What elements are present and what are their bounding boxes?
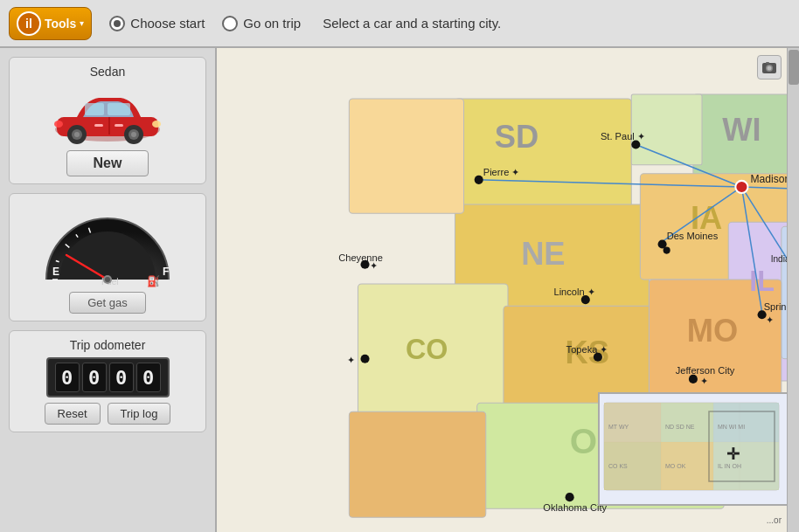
go-on-trip-label: Go on trip <box>243 16 301 31</box>
choose-start-label: Choose start <box>130 16 205 31</box>
svg-text:CO KS: CO KS <box>608 463 628 469</box>
sidebar: Sedan <box>0 48 217 532</box>
mini-map[interactable]: MT WY ND SD NE MN WI MI CO KS MO OK IL I… <box>598 392 790 506</box>
svg-rect-2 <box>85 103 104 115</box>
svg-text:E: E <box>52 266 59 278</box>
svg-text:✛: ✛ <box>726 446 740 463</box>
svg-text:CO: CO <box>406 334 448 365</box>
trip-log-button[interactable]: Trip log <box>108 403 171 425</box>
svg-rect-32 <box>455 99 631 213</box>
car-section: Sedan <box>9 57 206 184</box>
svg-text:Des Moines: Des Moines <box>667 231 719 241</box>
odometer-buttons: Reset Trip log <box>45 403 171 425</box>
city-madison[interactable] <box>735 181 747 193</box>
svg-text:✦: ✦ <box>700 376 708 386</box>
svg-point-6 <box>74 132 80 137</box>
svg-text:St. Paul ✦: St. Paul ✦ <box>601 131 645 142</box>
svg-text:⛽: ⛽ <box>147 274 160 287</box>
svg-text:MO: MO <box>687 313 739 349</box>
go-on-trip-option[interactable]: Go on trip <box>222 16 301 31</box>
svg-rect-43 <box>349 99 463 213</box>
tools-label: Tools <box>45 17 76 31</box>
svg-rect-87 <box>604 403 661 442</box>
scrollbar-thumb[interactable] <box>789 50 799 85</box>
svg-text:SD: SD <box>495 119 538 155</box>
svg-text:Jefferson City: Jefferson City <box>676 365 735 376</box>
svg-rect-34 <box>631 94 702 165</box>
odometer-digit-4: 0 <box>136 363 161 392</box>
city-jefferson-city[interactable] <box>689 375 698 383</box>
mini-map-svg: MT WY ND SD NE MN WI MI CO KS MO OK IL I… <box>600 394 790 506</box>
status-text: Select a car and a starting city. <box>323 16 501 31</box>
app-logo: il <box>17 11 41 36</box>
svg-point-9 <box>131 132 136 137</box>
svg-point-30 <box>105 277 110 282</box>
svg-rect-88 <box>661 403 713 442</box>
fuel-section: E F Fuel ⛽ Get gas <box>9 193 206 321</box>
svg-text:ND SD NE: ND SD NE <box>665 424 695 430</box>
svg-text:IL: IL <box>749 266 775 297</box>
odometer-digit-2: 0 <box>82 363 107 392</box>
svg-point-10 <box>152 121 161 128</box>
choose-start-radio[interactable] <box>109 16 125 31</box>
map-area[interactable]: SD WI NE IA IL IN CO KS MO OK M L K <box>217 48 799 532</box>
new-button[interactable]: New <box>66 150 149 176</box>
svg-text:MN WI MI: MN WI MI <box>718 424 745 430</box>
svg-rect-14 <box>115 124 123 127</box>
city-denver[interactable] <box>360 355 369 363</box>
car-image <box>46 84 169 145</box>
get-gas-button[interactable]: Get gas <box>69 292 146 314</box>
city-pierre[interactable] <box>475 176 483 184</box>
svg-text:Madison: Madison <box>751 173 791 185</box>
svg-text:MO OK: MO OK <box>665 463 686 469</box>
odometer-digit-3: 0 <box>109 363 134 392</box>
svg-text:Lincoln ✦: Lincoln ✦ <box>553 287 594 297</box>
odometer-title: Trip odometer <box>70 338 146 352</box>
svg-rect-44 <box>349 411 485 517</box>
main-layout: Sedan <box>0 48 799 532</box>
tools-menu-button[interactable]: il Tools ▾ <box>9 7 92 40</box>
svg-rect-104 <box>766 62 769 64</box>
choose-start-option[interactable]: Choose start <box>109 16 205 31</box>
map-attribution: ...or <box>767 515 782 525</box>
reset-button[interactable]: Reset <box>45 403 101 425</box>
camera-icon <box>761 59 777 75</box>
svg-text:Topeka ✦: Topeka ✦ <box>566 344 608 355</box>
svg-text:MT WY: MT WY <box>608 424 629 430</box>
fuel-gauge: E F Fuel ⛽ <box>33 201 182 288</box>
svg-rect-3 <box>108 103 130 115</box>
svg-text:NE: NE <box>521 236 565 272</box>
svg-text:Pierre ✦: Pierre ✦ <box>483 167 520 177</box>
svg-point-11 <box>54 121 63 128</box>
svg-point-103 <box>768 66 772 71</box>
odometer-digit-1: 0 <box>55 363 80 392</box>
odometer-section: Trip odometer 0 0 0 0 Reset Trip log <box>9 330 206 432</box>
svg-point-70 <box>664 247 670 254</box>
svg-rect-13 <box>94 124 103 127</box>
car-section-title: Sedan <box>90 65 125 79</box>
odometer-display: 0 0 0 0 <box>46 357 170 397</box>
svg-text:✦: ✦ <box>766 314 774 325</box>
camera-button[interactable] <box>757 55 782 79</box>
gauge-svg: E F Fuel ⛽ <box>33 201 182 288</box>
dropdown-arrow-icon: ▾ <box>80 18 84 28</box>
svg-text:F: F <box>163 266 169 278</box>
svg-text:✦: ✦ <box>370 260 378 271</box>
sedan-svg <box>46 84 169 145</box>
scrollbar[interactable] <box>787 48 799 532</box>
header: il Tools ▾ Choose start Go on trip Selec… <box>0 0 799 48</box>
city-oklahoma-city[interactable] <box>566 493 574 501</box>
go-on-trip-radio[interactable] <box>222 16 238 31</box>
svg-text:✦: ✦ <box>347 355 355 365</box>
svg-text:IL IN OH: IL IN OH <box>718 463 741 469</box>
svg-rect-89 <box>713 403 779 442</box>
svg-text:WI: WI <box>722 112 761 148</box>
